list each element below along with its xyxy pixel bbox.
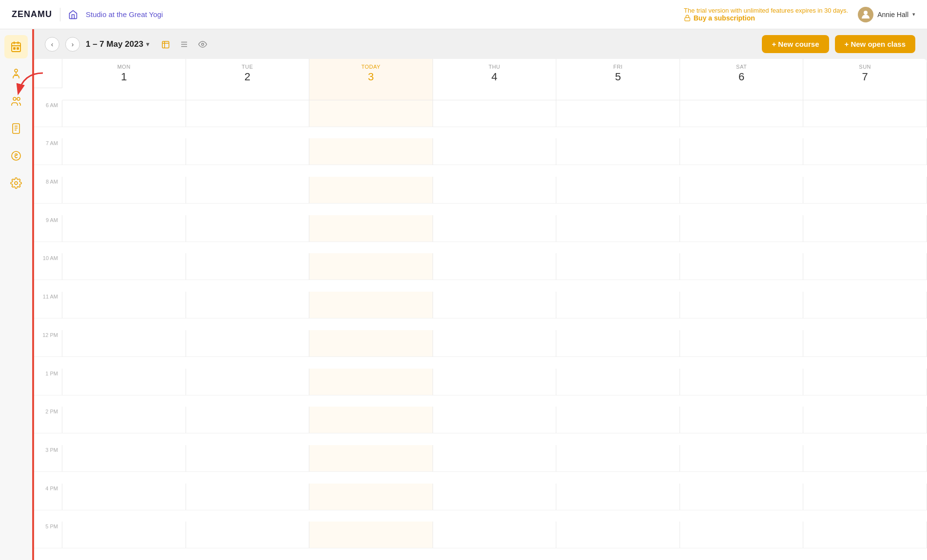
cell-sun-5pm[interactable] [803, 522, 927, 548]
cell-tue-9am[interactable] [186, 215, 310, 242]
sidebar-item-classes[interactable] [4, 62, 28, 86]
cell-tue-6am[interactable] [186, 100, 310, 127]
home-icon[interactable] [68, 10, 78, 19]
date-range-selector[interactable]: 1 – 7 May 2023 ▾ [86, 39, 149, 49]
sidebar-item-billing[interactable] [4, 144, 28, 168]
cell-sun-9am[interactable] [803, 215, 927, 242]
cell-thu-5pm[interactable] [433, 522, 557, 548]
cell-today-2pm[interactable] [309, 407, 433, 433]
cell-mon-7am[interactable] [62, 138, 186, 165]
cell-mon-2pm[interactable] [62, 407, 186, 433]
cell-today-10am[interactable] [309, 253, 433, 280]
cell-today-3pm[interactable] [309, 445, 433, 472]
cell-thu-9am[interactable] [433, 215, 557, 242]
cell-mon-8am[interactable] [62, 177, 186, 204]
cell-tue-4pm[interactable] [186, 484, 310, 510]
sidebar-item-calendar[interactable] [4, 35, 28, 58]
cell-fri-11am[interactable] [556, 292, 680, 318]
cell-mon-12pm[interactable] [62, 330, 186, 357]
cell-sun-12pm[interactable] [803, 330, 927, 357]
cell-sun-7am[interactable] [803, 138, 927, 165]
cell-sat-12pm[interactable] [680, 330, 804, 357]
eye-view-icon[interactable] [196, 37, 209, 51]
sidebar-item-clients[interactable] [4, 90, 28, 113]
cell-mon-11am[interactable] [62, 292, 186, 318]
cell-thu-6am[interactable] [433, 100, 557, 127]
cell-sat-10am[interactable] [680, 253, 804, 280]
user-menu[interactable]: Annie Hall ▾ [858, 7, 915, 22]
cell-mon-5pm[interactable] [62, 522, 186, 548]
list-view-icon[interactable] [177, 37, 191, 51]
cell-sat-1pm[interactable] [680, 369, 804, 395]
next-week-button[interactable]: › [65, 37, 80, 52]
cell-fri-12pm[interactable] [556, 330, 680, 357]
cell-thu-11am[interactable] [433, 292, 557, 318]
cell-tue-10am[interactable] [186, 253, 310, 280]
cell-fri-9am[interactable] [556, 215, 680, 242]
cell-fri-6am[interactable] [556, 100, 680, 127]
cell-today-9am[interactable] [309, 215, 433, 242]
cell-tue-12pm[interactable] [186, 330, 310, 357]
cell-sat-7am[interactable] [680, 138, 804, 165]
cell-sun-3pm[interactable] [803, 445, 927, 472]
cell-sat-5pm[interactable] [680, 522, 804, 548]
cell-sun-2pm[interactable] [803, 407, 927, 433]
cell-sun-6am[interactable] [803, 100, 927, 127]
cell-today-7am[interactable] [309, 138, 433, 165]
cell-today-1pm[interactable] [309, 369, 433, 395]
cell-today-6am[interactable] [309, 100, 433, 127]
cell-today-11am[interactable] [309, 292, 433, 318]
cell-sun-4pm[interactable] [803, 484, 927, 510]
cell-tue-1pm[interactable] [186, 369, 310, 395]
cell-fri-4pm[interactable] [556, 484, 680, 510]
buy-subscription-link[interactable]: Buy a subscription [684, 14, 848, 22]
cell-fri-1pm[interactable] [556, 369, 680, 395]
cell-sat-2pm[interactable] [680, 407, 804, 433]
cell-mon-6am[interactable] [62, 100, 186, 127]
cell-thu-3pm[interactable] [433, 445, 557, 472]
cell-thu-10am[interactable] [433, 253, 557, 280]
cell-today-8am[interactable] [309, 177, 433, 204]
cell-today-4pm[interactable] [309, 484, 433, 510]
prev-week-button[interactable]: ‹ [45, 37, 59, 52]
cell-sun-11am[interactable] [803, 292, 927, 318]
cell-thu-2pm[interactable] [433, 407, 557, 433]
cell-thu-8am[interactable] [433, 177, 557, 204]
calendar-view-icon[interactable] [159, 37, 172, 51]
cell-tue-11am[interactable] [186, 292, 310, 318]
new-course-button[interactable]: + New course [762, 35, 829, 53]
cell-tue-3pm[interactable] [186, 445, 310, 472]
cell-sat-11am[interactable] [680, 292, 804, 318]
sidebar-item-settings[interactable] [4, 171, 28, 195]
cell-sat-4pm[interactable] [680, 484, 804, 510]
cell-sun-10am[interactable] [803, 253, 927, 280]
cell-mon-10am[interactable] [62, 253, 186, 280]
cell-tue-5pm[interactable] [186, 522, 310, 548]
cell-tue-2pm[interactable] [186, 407, 310, 433]
cell-mon-9am[interactable] [62, 215, 186, 242]
cell-sat-9am[interactable] [680, 215, 804, 242]
cell-fri-7am[interactable] [556, 138, 680, 165]
cell-tue-7am[interactable] [186, 138, 310, 165]
cell-sat-6am[interactable] [680, 100, 804, 127]
cell-fri-5pm[interactable] [556, 522, 680, 548]
cell-sun-8am[interactable] [803, 177, 927, 204]
cell-mon-1pm[interactable] [62, 369, 186, 395]
new-open-class-button[interactable]: + New open class [835, 35, 915, 53]
cell-fri-10am[interactable] [556, 253, 680, 280]
cell-fri-3pm[interactable] [556, 445, 680, 472]
cell-fri-2pm[interactable] [556, 407, 680, 433]
cell-sat-8am[interactable] [680, 177, 804, 204]
cell-mon-4pm[interactable] [62, 484, 186, 510]
cell-today-5pm[interactable] [309, 522, 433, 548]
cell-sat-3pm[interactable] [680, 445, 804, 472]
cell-thu-12pm[interactable] [433, 330, 557, 357]
cell-today-12pm[interactable] [309, 330, 433, 357]
cell-tue-8am[interactable] [186, 177, 310, 204]
cell-mon-3pm[interactable] [62, 445, 186, 472]
cell-thu-4pm[interactable] [433, 484, 557, 510]
cell-thu-1pm[interactable] [433, 369, 557, 395]
cell-thu-7am[interactable] [433, 138, 557, 165]
sidebar-item-reports[interactable] [4, 117, 28, 140]
cell-sun-1pm[interactable] [803, 369, 927, 395]
